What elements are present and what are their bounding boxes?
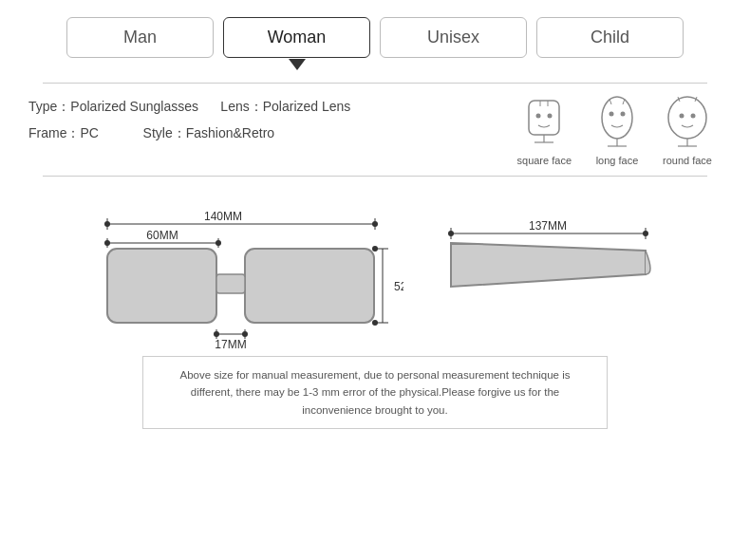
frame-label: Frame：	[28, 125, 80, 140]
face-icons-group: square face long face	[517, 93, 712, 166]
type-value: Polarized Sunglasses	[70, 99, 198, 114]
svg-text:52MM: 52MM	[394, 280, 403, 293]
type-label: Type：	[28, 99, 70, 114]
frame-arm-diagram: 137MM	[441, 184, 660, 350]
face-item-long: long face	[592, 93, 642, 166]
svg-text:140MM: 140MM	[204, 210, 242, 223]
svg-point-9	[621, 112, 626, 117]
disclaimer-text: Above size for manual measurement, due t…	[179, 369, 570, 416]
svg-text:137MM: 137MM	[529, 219, 567, 233]
frame-svg: 140MM 60MM 52MM 17MM	[90, 184, 403, 350]
frame-front-diagram: 140MM 60MM 52MM 17MM	[90, 184, 403, 350]
specs-section: Type：Polarized Sunglasses Lens：Polarized…	[28, 93, 722, 166]
face-item-round: round face	[663, 93, 712, 166]
long-face-label: long face	[596, 155, 639, 166]
svg-point-52	[448, 231, 454, 236]
svg-point-40	[104, 221, 110, 227]
square-face-label: square face	[517, 155, 572, 166]
svg-point-53	[643, 231, 648, 236]
svg-rect-0	[529, 101, 559, 135]
tab-man[interactable]: Man	[66, 17, 214, 58]
frame-value: PC	[80, 125, 98, 140]
specs-text: Type：Polarized Sunglasses Lens：Polarized…	[28, 93, 498, 146]
disclaimer-box: Above size for manual measurement, due t…	[142, 356, 608, 429]
svg-point-47	[242, 331, 248, 337]
svg-rect-31	[216, 274, 245, 293]
long-face-icon	[592, 93, 642, 152]
svg-point-44	[372, 246, 378, 252]
svg-rect-29	[107, 249, 216, 323]
svg-point-15	[680, 114, 684, 119]
svg-point-8	[609, 112, 614, 117]
svg-point-45	[372, 320, 378, 326]
svg-marker-54	[451, 243, 646, 287]
style-label: Style：	[143, 125, 186, 140]
svg-text:60MM: 60MM	[146, 229, 178, 242]
square-face-icon	[519, 93, 569, 152]
svg-point-41	[372, 221, 378, 227]
svg-text:17MM: 17MM	[215, 338, 246, 350]
dimensions-section: 140MM 60MM 52MM 17MM	[0, 184, 750, 350]
tabs-container: Man Woman Unisex Child	[0, 0, 750, 65]
svg-point-2	[548, 114, 553, 119]
svg-point-7	[602, 97, 632, 139]
svg-point-1	[536, 114, 541, 119]
svg-point-46	[214, 331, 219, 337]
svg-rect-30	[245, 249, 374, 323]
round-face-icon	[663, 93, 712, 152]
lens-value: Polarized Lens	[263, 99, 351, 114]
svg-point-14	[668, 97, 706, 139]
face-item-square: square face	[517, 93, 572, 166]
round-face-label: round face	[663, 155, 712, 166]
lens-label: Lens：	[220, 99, 262, 114]
svg-point-42	[104, 240, 110, 246]
svg-point-43	[216, 240, 221, 246]
tab-unisex[interactable]: Unisex	[380, 17, 527, 58]
style-value: Fashion&Retro	[186, 125, 274, 140]
arm-svg: 137MM	[441, 184, 660, 350]
tab-child[interactable]: Child	[536, 17, 684, 58]
svg-point-16	[691, 114, 696, 119]
divider-2	[43, 176, 707, 177]
tab-woman[interactable]: Woman	[223, 17, 370, 58]
divider-1	[43, 83, 707, 84]
